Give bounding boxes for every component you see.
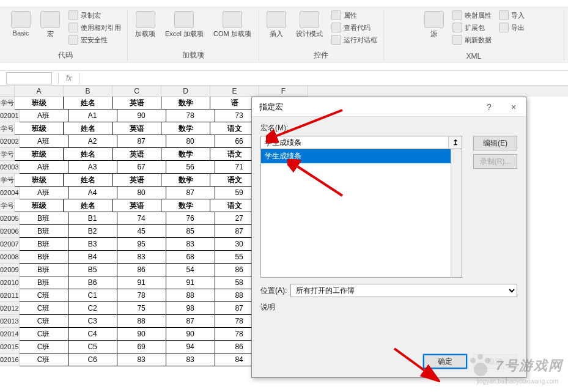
cell[interactable]: 88 xyxy=(166,289,215,302)
edit-button[interactable]: 编辑(E) xyxy=(473,136,517,150)
name-box[interactable] xyxy=(6,72,52,84)
row-header[interactable]: 02005 xyxy=(0,212,20,225)
ok-button[interactable]: 确定 xyxy=(423,354,467,369)
cell[interactable]: 95 xyxy=(117,238,166,251)
addins-button[interactable]: 加载项 xyxy=(133,10,158,40)
cell[interactable]: 88 xyxy=(117,315,166,328)
cell[interactable]: C2 xyxy=(68,302,117,315)
cell[interactable]: 94 xyxy=(166,341,215,353)
col-header[interactable]: C xyxy=(112,86,161,97)
select-all-corner[interactable] xyxy=(0,86,15,97)
refresh-data-button[interactable]: 刷新数据 xyxy=(451,34,493,45)
row-header[interactable]: 02015 xyxy=(0,341,20,353)
cell[interactable]: 54 xyxy=(166,264,215,276)
cell[interactable]: 80 xyxy=(166,135,215,148)
cell[interactable]: 英语 xyxy=(112,174,161,187)
cell[interactable]: 英语 xyxy=(112,148,161,161)
row-header[interactable]: 02011 xyxy=(0,289,20,302)
cell[interactable]: 91 xyxy=(166,276,215,289)
row-header[interactable]: 02004 xyxy=(0,187,20,199)
col-header[interactable]: F xyxy=(259,86,308,97)
design-mode-button[interactable]: 设计模式 xyxy=(293,10,325,40)
cell[interactable]: 74 xyxy=(117,212,166,225)
row-header[interactable]: 02002 xyxy=(0,135,20,148)
cell[interactable]: 83 xyxy=(117,251,166,264)
row-header[interactable]: 02012 xyxy=(0,302,20,315)
row-header[interactable]: 02016 xyxy=(0,353,20,366)
cell[interactable]: B6 xyxy=(68,276,117,289)
cell[interactable]: 姓名 xyxy=(64,122,112,135)
cell[interactable]: B2 xyxy=(68,225,117,238)
cell[interactable]: 班级 xyxy=(15,148,64,161)
cell[interactable]: 数学 xyxy=(161,174,210,187)
row-header[interactable]: 02003 xyxy=(0,161,20,174)
run-dialog-button[interactable]: 运行对话框 xyxy=(330,34,378,45)
view-code-button[interactable]: 查看代码 xyxy=(330,22,378,33)
insert-control-button[interactable]: 插入 xyxy=(264,10,289,40)
cell[interactable]: A班 xyxy=(20,109,68,122)
col-header[interactable]: D xyxy=(161,86,210,97)
expansion-packs-button[interactable]: 扩展包 xyxy=(451,22,493,33)
cell[interactable]: A班 xyxy=(20,161,68,174)
row-header[interactable]: 学号 xyxy=(0,122,15,135)
dialog-help-button[interactable]: ? xyxy=(477,97,501,117)
cell[interactable]: B班 xyxy=(20,251,68,264)
col-header[interactable]: E xyxy=(210,86,259,97)
cell[interactable]: C班 xyxy=(20,289,68,302)
relative-ref-button[interactable]: 使用相对引用 xyxy=(67,22,122,33)
cell[interactable]: 90 xyxy=(117,109,166,122)
macro-security-button[interactable]: 宏安全性 xyxy=(67,34,122,45)
properties-button[interactable]: 属性 xyxy=(330,10,378,21)
row-header[interactable]: 02014 xyxy=(0,328,20,341)
cell[interactable]: A2 xyxy=(68,135,117,148)
xml-source-button[interactable]: 源 xyxy=(422,10,446,40)
location-select[interactable]: 所有打开的工作簿 xyxy=(290,284,517,297)
row-header[interactable]: 02013 xyxy=(0,315,20,328)
cell[interactable]: 83 xyxy=(166,238,215,251)
cell[interactable]: B5 xyxy=(68,264,117,276)
macro-list-item[interactable]: 学生成绩条 xyxy=(261,149,451,163)
col-header[interactable]: B xyxy=(64,86,112,97)
cell[interactable]: A3 xyxy=(68,161,117,174)
cell[interactable]: 班级 xyxy=(15,174,64,187)
cell[interactable]: 85 xyxy=(166,225,215,238)
row-header[interactable]: 02009 xyxy=(0,264,20,276)
row-header[interactable]: 学号 xyxy=(0,148,15,161)
cell[interactable]: 英语 xyxy=(112,97,161,109)
cell[interactable]: C班 xyxy=(20,302,68,315)
cell[interactable]: B3 xyxy=(68,238,117,251)
row-header[interactable]: 02006 xyxy=(0,225,20,238)
row-header[interactable]: 学号 xyxy=(0,199,15,212)
cell[interactable]: 76 xyxy=(166,212,215,225)
row-header[interactable]: 学号 xyxy=(0,97,15,109)
cell[interactable]: 80 xyxy=(117,187,166,199)
cell[interactable]: C班 xyxy=(20,328,68,341)
xml-export-button[interactable]: 导出 xyxy=(498,22,526,33)
macros-button[interactable]: 宏 xyxy=(38,10,62,40)
cell[interactable]: 45 xyxy=(117,225,166,238)
macro-list[interactable]: 学生成绩条 xyxy=(260,149,462,278)
cell[interactable]: C4 xyxy=(68,328,117,341)
cell[interactable]: 87 xyxy=(166,315,215,328)
dialog-close-button[interactable]: × xyxy=(501,97,526,117)
macro-name-input[interactable] xyxy=(261,136,448,149)
cell[interactable]: C5 xyxy=(68,341,117,353)
excel-addins-button[interactable]: Excel 加载项 xyxy=(163,10,206,40)
cell[interactable]: C3 xyxy=(68,315,117,328)
scrollbar[interactable] xyxy=(451,149,462,277)
cell[interactable]: 78 xyxy=(117,289,166,302)
cell[interactable]: C班 xyxy=(20,315,68,328)
row-header[interactable]: 02007 xyxy=(0,238,20,251)
cell[interactable]: 英语 xyxy=(112,122,161,135)
cell[interactable]: B1 xyxy=(68,212,117,225)
row-header[interactable]: 02001 xyxy=(0,109,20,122)
cell[interactable]: A班 xyxy=(20,135,68,148)
com-addins-button[interactable]: COM 加载项 xyxy=(211,10,254,40)
cell[interactable]: 数学 xyxy=(161,148,210,161)
cell[interactable]: 姓名 xyxy=(64,199,112,212)
record-macro-button[interactable]: 录制宏 xyxy=(67,10,122,21)
cell[interactable]: 91 xyxy=(117,276,166,289)
cell[interactable]: 班级 xyxy=(15,199,64,212)
cell[interactable]: 班级 xyxy=(15,122,64,135)
cell[interactable]: 75 xyxy=(117,302,166,315)
